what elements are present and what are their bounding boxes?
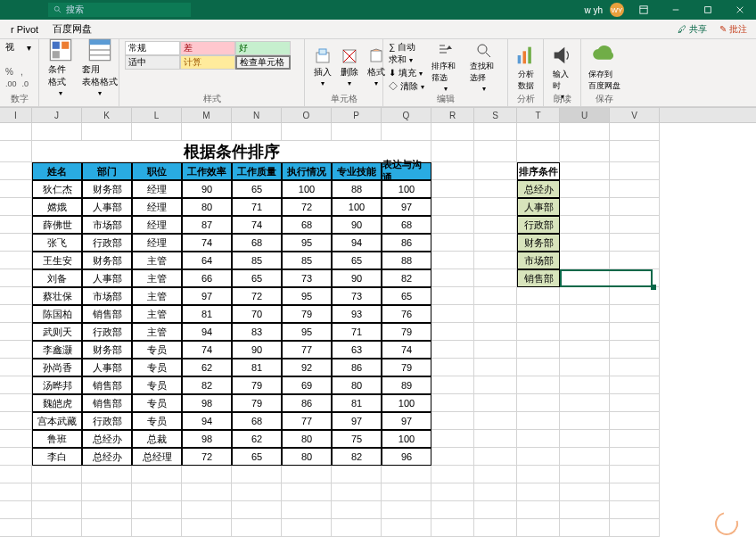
table-cell[interactable]: 魏皑虎 (32, 394, 82, 412)
table-cell[interactable]: 销售部 (82, 376, 132, 394)
table-cell[interactable]: 95 (282, 287, 332, 305)
table-cell[interactable]: 人事部 (82, 198, 132, 216)
minimize-button[interactable] (663, 2, 688, 18)
side-item[interactable]: 销售部 (517, 269, 560, 287)
table-cell[interactable]: 79 (232, 376, 282, 394)
table-cell[interactable]: 100 (382, 394, 431, 412)
table-cell[interactable]: 97 (182, 287, 232, 305)
cell-styles-gallery[interactable]: 常规 差 好 适中 计算 检查单元格 (125, 41, 299, 70)
table-cell[interactable]: 90 (232, 341, 282, 359)
table-cell[interactable]: 销售部 (82, 305, 132, 323)
table-cell[interactable]: 80 (282, 448, 332, 466)
decimal-inc-icon[interactable]: .00 (5, 79, 17, 88)
table-cell[interactable]: 85 (282, 252, 332, 269)
autosum-button[interactable]: ∑ 自动求和 ▾ (389, 41, 424, 66)
table-cell[interactable]: 82 (182, 376, 232, 394)
table-cell[interactable]: 张飞 (32, 234, 82, 252)
find-select-button[interactable]: 查找和选择▾ (466, 40, 502, 95)
comment-button[interactable]: ✎ 批注 (714, 23, 752, 36)
style-check[interactable]: 检查单元格 (235, 55, 291, 70)
table-cell[interactable]: 汤晔邦 (32, 376, 82, 394)
col-header-T[interactable]: T (517, 108, 560, 122)
table-cell[interactable]: 总经办 (82, 430, 132, 448)
table-cell[interactable]: 主管 (132, 287, 182, 305)
col-header-J[interactable]: J (32, 108, 82, 122)
col-header-P[interactable]: P (332, 108, 382, 122)
table-cell[interactable]: 80 (282, 430, 332, 448)
table-cell[interactable]: 主管 (132, 305, 182, 323)
col-header-Q[interactable]: Q (382, 108, 431, 122)
table-cell[interactable]: 主管 (132, 252, 182, 269)
table-cell[interactable]: 90 (332, 269, 382, 287)
table-cell[interactable]: 66 (182, 269, 232, 287)
table-cell[interactable]: 93 (332, 305, 382, 323)
table-cell[interactable]: 71 (232, 198, 282, 216)
table-cell[interactable]: 80 (332, 376, 382, 394)
table-cell[interactable]: 88 (332, 180, 382, 198)
table-cell[interactable]: 97 (382, 198, 431, 216)
style-good[interactable]: 好 (235, 41, 291, 55)
table-cell[interactable]: 98 (182, 430, 232, 448)
table-cell[interactable]: 74 (182, 341, 232, 359)
table-cell[interactable]: 72 (282, 198, 332, 216)
table-cell[interactable]: 76 (382, 305, 431, 323)
table-cell[interactable]: 96 (382, 448, 431, 466)
table-cell[interactable]: 陈国柏 (32, 305, 82, 323)
table-cell[interactable]: 行政部 (82, 234, 132, 252)
table-cell[interactable]: 83 (232, 323, 282, 341)
delete-button[interactable]: 删除▾ (337, 45, 362, 89)
table-cell[interactable]: 鲁班 (32, 430, 82, 448)
table-cell[interactable]: 72 (182, 448, 232, 466)
maximize-button[interactable] (695, 2, 720, 18)
table-cell[interactable]: 主管 (132, 323, 182, 341)
table-cell[interactable]: 市场部 (82, 216, 132, 234)
table-cell[interactable]: 财务部 (82, 180, 132, 198)
table-cell[interactable]: 88 (382, 252, 431, 269)
col-header-I[interactable]: I (0, 108, 32, 122)
table-cell[interactable]: 82 (332, 448, 382, 466)
table-cell[interactable]: 孙尚香 (32, 359, 82, 376)
table-cell[interactable]: 90 (182, 180, 232, 198)
table-cell[interactable]: 专员 (132, 359, 182, 376)
table-cell[interactable]: 73 (282, 269, 332, 287)
table-cell[interactable]: 74 (382, 341, 431, 359)
style-medium[interactable]: 适中 (125, 55, 180, 70)
table-cell[interactable]: 王生安 (32, 252, 82, 269)
comma-icon[interactable]: , (21, 67, 23, 77)
table-cell[interactable]: 武则天 (32, 323, 82, 341)
table-cell[interactable]: 总裁 (132, 430, 182, 448)
table-cell[interactable]: 85 (232, 252, 282, 269)
style-bad[interactable]: 差 (180, 41, 235, 55)
percent-icon[interactable]: % (5, 67, 13, 77)
side-item[interactable]: 市场部 (517, 252, 560, 269)
table-cell[interactable]: 81 (182, 305, 232, 323)
table-cell[interactable]: 75 (332, 430, 382, 448)
table-cell[interactable]: 销售部 (82, 394, 132, 412)
table-cell[interactable]: 经理 (132, 198, 182, 216)
table-cell[interactable]: 73 (332, 287, 382, 305)
table-cell[interactable]: 81 (232, 359, 282, 376)
table-cell[interactable]: 89 (382, 376, 431, 394)
col-header-O[interactable]: O (282, 108, 332, 122)
table-cell[interactable]: 77 (282, 341, 332, 359)
col-header-U[interactable]: U (560, 108, 610, 122)
table-cell[interactable]: 81 (332, 394, 382, 412)
table-cell[interactable]: 94 (182, 323, 232, 341)
table-cell[interactable]: 79 (232, 394, 282, 412)
spreadsheet-grid[interactable]: IJKLMNOPQRSTUV 根据条件排序姓名部门职位工作效率工作质量执行情况专… (0, 107, 756, 537)
table-cell[interactable]: 71 (332, 323, 382, 341)
decimal-dec-icon[interactable]: .0 (22, 79, 29, 88)
col-header-M[interactable]: M (182, 108, 232, 122)
table-cell[interactable]: 68 (232, 234, 282, 252)
table-cell[interactable]: 李鑫灏 (32, 341, 82, 359)
analyze-button[interactable]: 分析 数据 (514, 41, 538, 94)
table-cell[interactable]: 87 (182, 216, 232, 234)
table-cell[interactable]: 经理 (132, 234, 182, 252)
table-cell[interactable]: 86 (332, 359, 382, 376)
tab-pivot[interactable]: r Pivot (4, 20, 45, 38)
table-cell[interactable]: 94 (182, 412, 232, 430)
table-cell[interactable]: 65 (232, 269, 282, 287)
table-cell[interactable]: 97 (382, 412, 431, 430)
table-cell[interactable]: 72 (232, 287, 282, 305)
table-cell[interactable]: 64 (182, 252, 232, 269)
